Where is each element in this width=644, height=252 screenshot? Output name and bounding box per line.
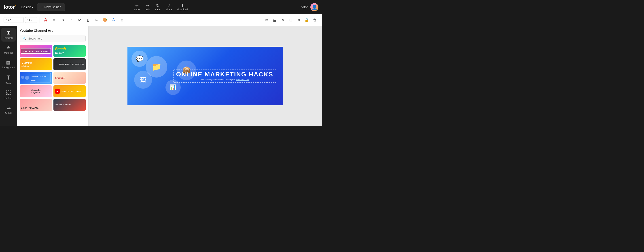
- canvas-area: 💬 📁 🖼 📊 📦 ONLINE MARKETING HACKS: [88, 26, 322, 126]
- canvas-content[interactable]: 💬 📁 🖼 📊 📦 ONLINE MARKETING HACKS: [128, 47, 283, 105]
- sidebar-item-label: Background: [2, 66, 15, 69]
- template-item[interactable]: ROMANCE IN RODEO: [54, 58, 86, 70]
- font-family-selector[interactable]: Aleo ▾: [4, 17, 24, 23]
- template-icon: ⊞: [6, 30, 10, 36]
- sidebar-item-label: Material: [4, 51, 13, 54]
- save-label: save: [155, 8, 160, 11]
- template-item[interactable]: ELECTRONIC DANCE MUSIC: [20, 45, 52, 57]
- username-label: fotor: [302, 5, 308, 9]
- chat-icon: 💬: [136, 55, 144, 62]
- circle-jpg: 🖼: [134, 71, 152, 89]
- sub-text-label: Visit my blog site to see more analytics: [200, 78, 235, 81]
- new-design-label: New Design: [44, 5, 61, 9]
- logo-text: fotor®: [4, 4, 16, 10]
- logo-area: fotor®: [4, 4, 16, 10]
- cloud-icon: ☁: [6, 105, 11, 111]
- template-item[interactable]: ONLINE MARKETING HACKS: [20, 72, 52, 84]
- spreadsheet-icon: 📊: [170, 84, 176, 90]
- font-color-button[interactable]: A: [42, 16, 49, 24]
- redo-button[interactable]: ↪ redo: [145, 3, 150, 11]
- sidebar-item-texts[interactable]: T Texts: [1, 72, 16, 87]
- sidebar-item-label: Texts: [6, 82, 12, 85]
- sidebar-item-background[interactable]: ▦ Background: [1, 57, 16, 71]
- canvas-sub-text: Visit my blog site to see more analytics…: [176, 78, 273, 81]
- effects-button[interactable]: ⊞: [118, 16, 126, 24]
- sidebar-icon-bar: ⊞ Template ★ Material ▦ Background T Tex…: [0, 26, 17, 126]
- panel-title: Youtube Channel Art: [20, 28, 86, 32]
- top-navbar: fotor® Design ▾ + New Design ↩ undo ↪ re…: [0, 0, 322, 14]
- layers-button[interactable]: ⧉: [295, 16, 302, 24]
- sidebar-item-cloud[interactable]: ☁ Cloud: [1, 103, 16, 116]
- right-format-toolbar: ⧉ ⬓ ↻ ⊟ ⧉ 🔒 🗑: [263, 16, 318, 24]
- align-vertical-button[interactable]: ⬓: [271, 16, 278, 24]
- design-label: Design: [21, 5, 31, 9]
- font-size-label: 14: [27, 18, 30, 22]
- undo-icon: ↩: [135, 3, 139, 7]
- jpg-icon: 🖼: [140, 76, 146, 84]
- text-align-button[interactable]: ≡: [50, 16, 58, 24]
- template-item[interactable]: AlexanderOrganics: [20, 85, 52, 97]
- download-label: download: [177, 8, 188, 11]
- copy-button[interactable]: ⧉: [263, 16, 270, 24]
- template-item[interactable]: Olivia's: [54, 72, 86, 84]
- search-input[interactable]: [28, 37, 83, 40]
- sub-link-label: www.fotor.com: [236, 78, 249, 81]
- undo-button[interactable]: ↩ undo: [134, 3, 140, 11]
- text-selection-box[interactable]: ONLINE MARKETING HACKS Visit my blog sit…: [173, 69, 276, 83]
- chevron-down-icon: ▾: [32, 6, 33, 8]
- picture-icon: 🖼: [6, 90, 11, 96]
- align-distribute-button[interactable]: ⊟: [287, 16, 294, 24]
- right-nav-tools: fotor 👤: [302, 3, 318, 11]
- font-name-label: Aleo: [6, 18, 12, 22]
- save-button[interactable]: ↻ save: [155, 3, 160, 11]
- delete-button[interactable]: 🗑: [311, 16, 318, 24]
- undo-label: undo: [134, 8, 140, 11]
- rotate-button[interactable]: ↻: [279, 16, 286, 24]
- material-icon: ★: [6, 45, 11, 50]
- template-item[interactable]: Claire'sKitchen: [20, 58, 52, 70]
- letter-spacing-button[interactable]: I↔: [93, 16, 100, 24]
- search-box: 🔍: [20, 35, 86, 42]
- texts-icon: T: [7, 74, 10, 81]
- text-style-button[interactable]: A: [110, 16, 117, 24]
- font-size-selector[interactable]: 14 ▾: [25, 17, 37, 23]
- share-label: share: [166, 8, 172, 11]
- font-size-small-button[interactable]: Aa: [76, 16, 83, 24]
- avatar-image: 👤: [312, 4, 317, 10]
- canvas-main-title: ONLINE MARKETING HACKS: [176, 71, 273, 77]
- center-toolbar: ↩ undo ↪ redo ↻ save ↗ share ⬇ download: [134, 3, 188, 11]
- template-grid: ELECTRONIC DANCE MUSIC BeachResort Clair…: [20, 45, 86, 111]
- folder-icon: 📁: [152, 62, 162, 71]
- sidebar-item-template[interactable]: ⊞ Template: [1, 28, 16, 41]
- template-item[interactable]: Theodore Miller: [54, 99, 86, 111]
- new-design-button[interactable]: + New Design: [37, 3, 65, 11]
- design-menu-button[interactable]: Design ▾: [19, 4, 35, 10]
- bold-button[interactable]: B: [59, 16, 66, 24]
- sidebar-item-label: Template: [3, 37, 14, 39]
- toolbar-divider-1: [40, 17, 40, 23]
- search-icon: 🔍: [22, 37, 26, 40]
- sidebar-item-label: Picture: [4, 97, 12, 99]
- template-panel: Youtube Channel Art 🔍 ELECTRONIC DANCE M…: [17, 26, 88, 126]
- redo-label: redo: [145, 8, 150, 11]
- highlight-color-button[interactable]: 🎨: [102, 16, 109, 24]
- template-item[interactable]: BeachResort: [54, 45, 86, 57]
- sidebar-item-material[interactable]: ★ Material: [1, 42, 16, 56]
- plus-icon: +: [41, 5, 43, 9]
- user-avatar[interactable]: 👤: [310, 3, 318, 11]
- share-icon: ↗: [167, 3, 170, 7]
- circle-chat: 💬: [132, 51, 148, 67]
- format-toolbar: Aleo ▾ 14 ▾ A ≡ B I Aa U I↔ 🎨 A ⊞ ⧉ ⬓ ↻ …: [0, 14, 322, 26]
- chevron-down-icon: ▾: [31, 19, 32, 21]
- template-item[interactable]: PINK HAVANA: [20, 99, 52, 111]
- template-item[interactable]: ▶ SUBSCRIBE TO MY CHANNEL: [54, 85, 86, 97]
- download-button[interactable]: ⬇ download: [177, 3, 188, 11]
- download-icon: ⬇: [181, 3, 184, 7]
- main-area: ⊞ Template ★ Material ▦ Background T Tex…: [0, 26, 322, 126]
- sidebar-item-picture[interactable]: 🖼 Picture: [1, 88, 16, 102]
- underline-button[interactable]: U: [84, 16, 92, 24]
- lock-button[interactable]: 🔒: [303, 16, 310, 24]
- italic-button[interactable]: I: [68, 16, 75, 24]
- redo-icon: ↪: [146, 3, 149, 7]
- share-button[interactable]: ↗ share: [166, 3, 172, 11]
